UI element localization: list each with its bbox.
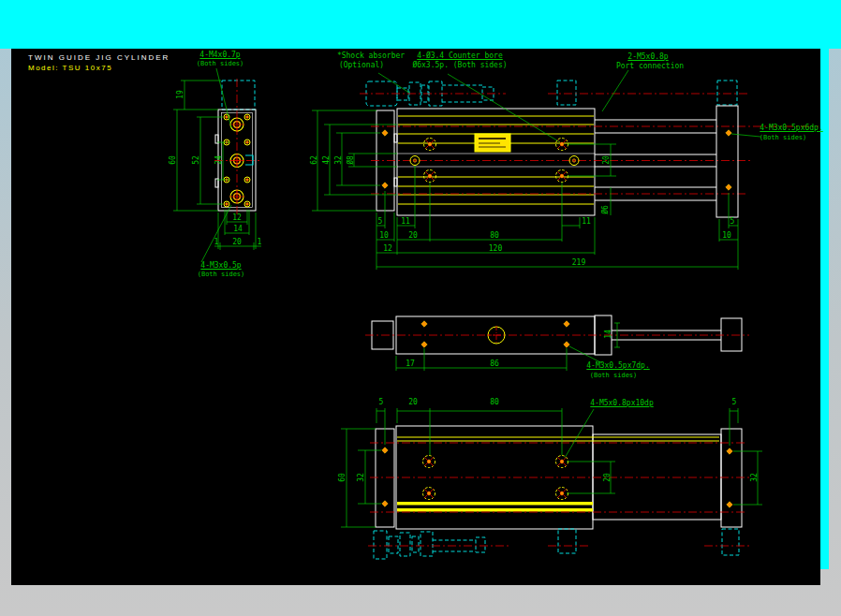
annotation-end-dim-52: 52 [193,155,200,165]
annotation-bottom-dim-5l: 5 [379,399,384,406]
annotation-side-dim-14: 14 [605,330,612,339]
annotation-front-dim-20r: 20 [603,155,611,165]
annotation-end-dim-60: 60 [170,155,177,165]
annotation-front-dim-32: 32 [335,155,343,165]
annotation-side-dim-17: 17 [406,360,415,368]
annotation-bottom-dim-60: 60 [339,473,347,482]
annotation-front-dim-219: 219 [572,259,585,267]
annotation-front-dim-80: 80 [490,232,499,240]
annotation-end-dim-24: 24 [215,155,223,165]
annotation-end-label-m4-note: (Both sides) [197,61,244,67]
annotation-end-dim-12: 12 [232,214,242,222]
annotation-bottom-dim-32l: 32 [358,473,365,482]
drawing-model: Model: TSU 10x75 [28,64,112,72]
annotation-end-dim-19: 19 [177,90,184,99]
annotation-front-dim-11b: 11 [582,218,591,226]
annotation-front-dim-d6: Ø6 [602,205,610,214]
annotation-front-label-cbore-note: Ø6x3.5p. (Both sides) [412,62,507,69]
annotation-front-label-shock: *Shock absorber [337,52,405,60]
annotation-front-dim-12: 12 [383,245,392,253]
annotation-bottom-dim-20r: 20 [604,473,612,482]
annotation-front-dim-5b: 5 [378,218,383,226]
annotation-end-dim-14: 14 [233,226,243,233]
annotation-front-label-cbore: 4-Ø3.4 Counter bore [417,52,503,60]
annotation-side-dim-86: 86 [490,360,499,368]
annotation-bottom-label-m5: 4-M5x0.8px10dp [590,400,653,407]
annotation-side-label-m3x7-note: (Both sides) [590,373,638,379]
annotation-end-label-m3-note: (Both sides) [198,271,245,278]
annotation-front-dim-10b: 10 [379,232,389,240]
annotation-front-label-port-note: Port connection [616,63,684,70]
drawing-title: TWIN GUIDE JIG CYLINDER [28,53,170,62]
annotation-bottom-dim-5r: 5 [732,399,737,406]
annotation-front-label-port: 2-M5x0.8p [627,53,668,61]
annotation-bottom-dim-32r: 32 [751,473,759,482]
annotation-front-dim-42: 42 [323,155,331,165]
annotation-front-label-m3x6-note: (Both sides) [760,135,807,141]
annotation-side-label-m3x7: 4-M3x0.5px7dp. [586,362,649,370]
annotation-front-dim-d8: Ø8 [347,155,355,165]
annotation-end-dim-1R: 1 [258,239,262,246]
annotation-front-label-shock-note: (Optional) [339,62,384,69]
annotation-end-label-m4: 4-M4x0.7p [199,51,240,59]
annotation-layer: TWIN GUIDE JIG CYLINDER Model: TSU 10x75… [0,0,841,616]
annotation-end-label-m3: 4-M3x0.5p [200,262,241,270]
annotation-front-dim-5r: 5 [730,218,735,226]
annotation-front-label-m3x6: 4-M3x0.5px6dp. [760,125,822,132]
annotation-front-dim-20b: 20 [408,232,418,240]
annotation-end-dim-20: 20 [232,239,242,246]
annotation-front-dim-120: 120 [489,245,502,253]
annotation-bottom-dim-80t: 80 [490,399,499,406]
annotation-front-dim-62: 62 [311,155,318,165]
annotation-bottom-dim-20t: 20 [408,399,418,406]
annotation-front-dim-11a: 11 [401,218,410,226]
annotation-front-dim-10r: 10 [722,232,731,240]
annotation-end-dim-1L: 1 [214,239,219,246]
